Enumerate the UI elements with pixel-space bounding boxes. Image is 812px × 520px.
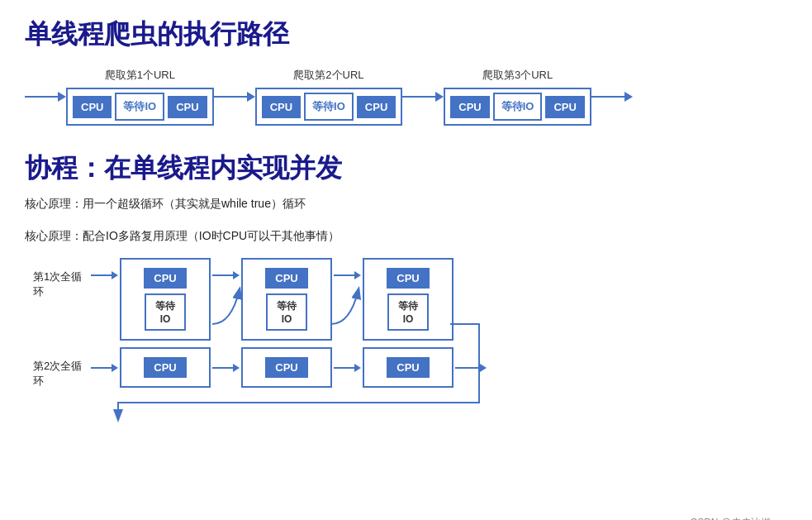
section1: 单线程爬虫的执行路径 爬取第1个URL CPU 等待IO CPU [25, 17, 787, 126]
loop2-lead-arrow [91, 364, 118, 372]
loop2-arrow-2 [334, 364, 361, 372]
arrow [233, 364, 240, 372]
io-l1c2: 等待IO [266, 293, 307, 331]
coroutine-diagram: 第1次全循环 CPU 等待IO [33, 258, 787, 389]
cpu-box-3a: CPU [450, 96, 489, 118]
box-row-2: CPU 等待IO CPU [255, 88, 403, 126]
arrow [435, 92, 444, 102]
loop2-col3: CPU [363, 347, 453, 388]
loop1-row: 第1次全循环 CPU 等待IO [33, 258, 787, 341]
watermark: CSDN @皮皮冰燃 [690, 516, 771, 520]
cpu-l2c3: CPU [387, 357, 429, 378]
loop2-row: 第2次全循环 CPU [33, 347, 787, 389]
line [91, 274, 112, 276]
io-l1c1: 等待IO [145, 293, 186, 331]
box-row-3: CPU 等待IO CPU [444, 88, 591, 126]
arrow-1-2 [212, 258, 240, 279]
trail-arrow [591, 92, 633, 102]
line [25, 96, 58, 98]
loop1-col2: CPU 等待IO [241, 258, 332, 341]
arrow [247, 92, 255, 102]
cpu-box-1a: CPU [73, 96, 112, 118]
url-group-1: 爬取第1个URL CPU 等待IO CPU [66, 68, 214, 126]
url-group-2: 爬取第2个URL CPU 等待IO CPU [255, 68, 403, 126]
loop2-col2: CPU [241, 347, 332, 388]
cpu-l2c2: CPU [265, 357, 307, 378]
arrow [624, 92, 633, 102]
line [591, 96, 624, 98]
line [334, 274, 354, 276]
line [334, 367, 354, 369]
loop2-label: 第2次全循环 [33, 347, 91, 389]
connector-2 [402, 92, 444, 102]
loop2-arrow-1 [212, 364, 240, 372]
loop2-trail-arrow [455, 364, 487, 372]
section1-title: 单线程爬虫的执行路径 [25, 17, 787, 53]
principle1-span: 核心原理：用一个超级循环（其实就是while true）循环 [25, 197, 306, 210]
cpu-l1c3: CPU [387, 268, 429, 289]
lead-arrow [25, 92, 66, 102]
cpu-box-2b: CPU [357, 96, 396, 118]
connector-1 [214, 92, 255, 102]
cpu-box-3b: CPU [545, 96, 584, 118]
url-group-3: 爬取第3个URL CPU 等待IO CPU [444, 68, 591, 126]
arrow [354, 364, 361, 372]
loop1-content: CPU 等待IO CPU 等待IO [91, 258, 455, 341]
arrow [480, 364, 487, 372]
arrow [112, 271, 118, 279]
section2-title: 协程：在单线程内实现并发 [25, 150, 787, 187]
line [214, 96, 247, 98]
loop2-content: CPU CPU [91, 347, 487, 388]
io-l1c3: 等待IO [387, 293, 429, 331]
loop1-label: 第1次全循环 [33, 258, 91, 299]
loop1-col3: CPU 等待IO [363, 258, 453, 341]
line [91, 367, 112, 369]
cpu-box-1b: CPU [168, 96, 207, 118]
loop1-col1: CPU 等待IO [120, 258, 211, 341]
arrow [112, 364, 118, 372]
url-label-3: 爬取第3个URL [482, 68, 553, 83]
principle2-span: 核心原理：配合IO多路复用原理（IO时CPU可以干其他事情） [25, 229, 340, 242]
cpu-box-2a: CPU [262, 96, 301, 118]
arrow-2-3 [334, 258, 361, 279]
arrow [233, 271, 240, 279]
io-box-3: 等待IO [493, 93, 543, 121]
io-box-1: 等待IO [115, 93, 164, 121]
loop2-col1: CPU [120, 347, 211, 388]
arrow [354, 271, 361, 279]
principle2-text: 核心原理：配合IO多路复用原理（IO时CPU可以干其他事情） [25, 226, 787, 246]
section2: 协程：在单线程内实现并发 核心原理：用一个超级循环（其实就是while true… [25, 150, 787, 389]
cpu-l1c2: CPU [265, 268, 307, 289]
cpu-l1c1: CPU [144, 268, 186, 289]
io-box-2: 等待IO [304, 93, 354, 121]
line [212, 367, 233, 369]
line [455, 367, 480, 369]
url-flow-diagram: 爬取第1个URL CPU 等待IO CPU 爬取第2个URL CPU 等待IO … [25, 68, 787, 126]
principle1-text: 核心原理：用一个超级循环（其实就是while true）循环 [25, 193, 787, 214]
line [212, 274, 233, 276]
loop1-lead-arrow [91, 258, 118, 279]
url-label-2: 爬取第2个URL [293, 68, 363, 83]
arrow [58, 92, 66, 102]
line [402, 96, 435, 98]
url-label-1: 爬取第1个URL [105, 68, 175, 83]
cpu-l2c1: CPU [144, 357, 186, 378]
box-row-1: CPU 等待IO CPU [66, 88, 214, 126]
